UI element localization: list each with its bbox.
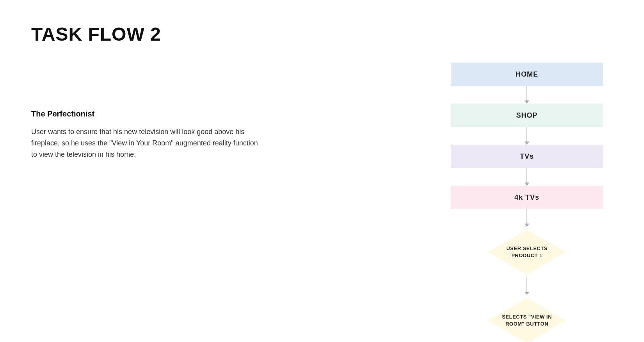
flow-node-select-view: SELECTS "VIEW INROOM" BUTTON: [451, 295, 603, 342]
page-title: TASK FLOW 2: [31, 23, 613, 45]
diamond-text-2: SELECTS "VIEW INROOM" BUTTON: [502, 313, 552, 328]
flow-node-home: HOME: [451, 63, 603, 86]
flow-node-tvs: TVs: [451, 145, 603, 168]
flow-arrow-3: [527, 168, 527, 186]
persona-description: User wants to ensure that his new televi…: [31, 126, 265, 160]
page-container: TASK FLOW 2 The Perfectionist User wants…: [0, 0, 644, 342]
diamond-text-1: USER SELECTSPRODUCT 1: [506, 245, 548, 259]
flow-arrow-1: [527, 86, 527, 104]
left-content: The Perfectionist User wants to ensure t…: [31, 109, 265, 160]
flow-node-4ktvs: 4k TVs: [451, 186, 603, 209]
flow-container: HOME SHOP TVs 4k TVs USER SELECTSPRODUCT…: [449, 63, 605, 342]
flow-node-select-product: USER SELECTSPRODUCT 1: [451, 227, 603, 278]
persona-name: The Perfectionist: [31, 109, 265, 118]
flow-node-shop: SHOP: [451, 104, 603, 127]
flow-arrow-2: [527, 127, 527, 145]
flow-arrow-5: [527, 278, 527, 295]
flow-arrow-4: [527, 209, 527, 227]
